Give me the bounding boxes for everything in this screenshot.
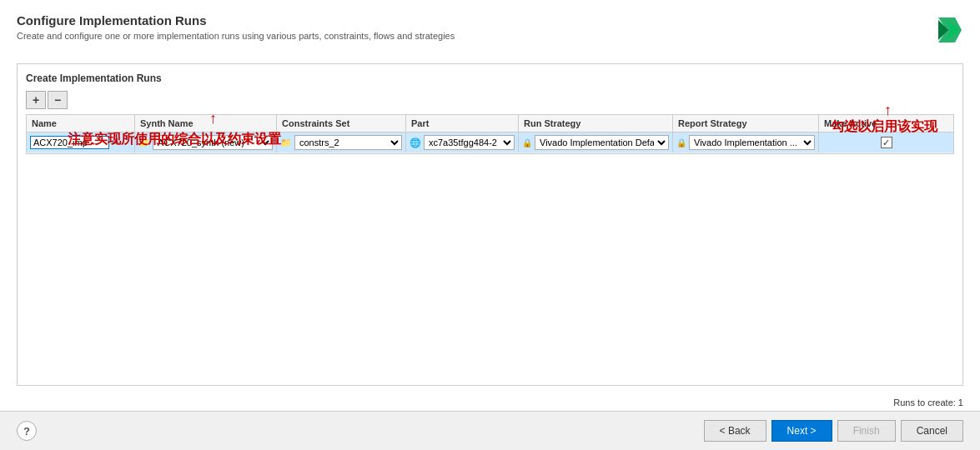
cell-run-strategy[interactable]: 🔒 Vivado Implementation Default... — [519, 132, 673, 152]
run-strategy-lock-icon: 🔒 — [522, 138, 532, 148]
col-header-report-strategy: Report Strategy — [673, 115, 819, 132]
toolbar: + − — [26, 91, 954, 109]
cell-constraints[interactable]: 📁 constrs_2 — [277, 132, 406, 152]
col-header-name: Name — [27, 115, 135, 132]
table-header: Name Synth Name Constraints Set Part Run… — [27, 115, 953, 132]
next-button[interactable]: Next > — [771, 420, 832, 442]
arrow-right-icon: ↑ — [884, 102, 892, 119]
col-header-part: Part — [406, 115, 519, 132]
col-header-synth: Synth Name — [135, 115, 277, 132]
finish-button[interactable]: Finish — [837, 420, 896, 442]
annotation-right: 勾选以启用该实现 — [831, 118, 937, 136]
section-title: Create Implementation Runs — [26, 72, 954, 84]
add-run-button[interactable]: + — [26, 91, 46, 109]
page-description: Create and configure one or more impleme… — [17, 31, 455, 41]
make-active-checkbox[interactable] — [881, 137, 892, 148]
bottom-bar: ? < Back Next > Finish Cancel — [0, 411, 980, 450]
col-header-run-strategy: Run Strategy — [519, 115, 673, 132]
cell-report-strategy[interactable]: 🔒 Vivado Implementation ... — [673, 132, 819, 152]
part-icon: 🌐 — [410, 138, 421, 148]
help-button[interactable]: ? — [17, 421, 37, 441]
run-strategy-select[interactable]: Vivado Implementation Default... — [535, 135, 669, 150]
page-title: Configure Implementation Runs — [17, 13, 455, 28]
annotation-left: 注意实现所使用的综合以及约束设置 — [68, 131, 281, 148]
remove-run-button[interactable]: − — [48, 91, 68, 109]
app-logo — [930, 13, 963, 47]
runs-info: Runs to create: 1 — [17, 394, 963, 411]
constraints-select[interactable]: constrs_2 — [294, 135, 402, 150]
constraints-folder-icon: 📁 — [280, 138, 292, 148]
cell-part[interactable]: 🌐 xc7a35tfgg484-2 — [406, 132, 519, 152]
nav-buttons: < Back Next > Finish Cancel — [704, 420, 963, 442]
cancel-button[interactable]: Cancel — [901, 420, 963, 442]
col-header-constraints: Constraints Set — [277, 115, 406, 132]
arrow-left-icon: ↑ — [209, 110, 217, 128]
implementation-runs-section: Create Implementation Runs + − Name Synt… — [17, 63, 963, 386]
report-strategy-select[interactable]: Vivado Implementation ... — [689, 135, 815, 150]
report-strategy-lock-icon: 🔒 — [676, 138, 686, 148]
back-button[interactable]: < Back — [704, 420, 766, 442]
part-select[interactable]: xc7a35tfgg484-2 — [424, 135, 515, 150]
